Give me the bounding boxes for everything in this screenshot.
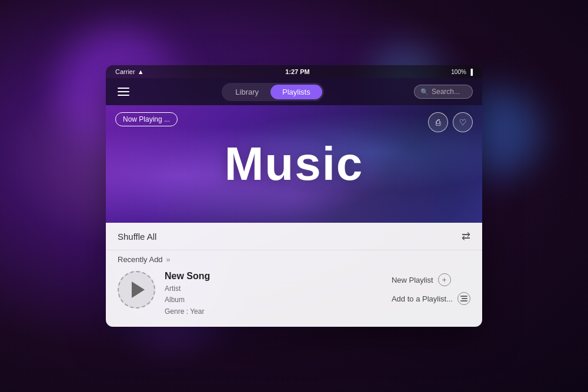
- add-playlist-label: Add to a Playlist...: [392, 294, 453, 303]
- new-playlist-action[interactable]: New Playlist ＋: [392, 273, 451, 286]
- hero-actions: ⎙ ♡: [428, 112, 473, 132]
- new-playlist-label: New Playlist: [392, 276, 433, 284]
- plus-icon: ＋: [438, 273, 451, 286]
- now-playing-button[interactable]: Now Playing ...: [115, 112, 178, 126]
- status-bar: Carrier ▲ 1:27 PM 100% ▐: [106, 65, 482, 78]
- list-icon: [457, 292, 470, 305]
- recently-add-row: Recently Add »: [106, 250, 482, 266]
- share-button[interactable]: ⎙: [428, 112, 448, 132]
- battery-icon: ▐: [469, 69, 473, 75]
- hamburger-line-3: [118, 95, 129, 96]
- nav-bar: Library Playlists 🔍 Search...: [106, 78, 482, 105]
- carrier-label: Carrier: [115, 68, 135, 75]
- carrier-area: Carrier ▲: [115, 68, 144, 75]
- recently-add-label: Recently Add: [118, 255, 163, 264]
- add-to-playlist-action[interactable]: Add to a Playlist...: [392, 292, 470, 305]
- content-panel: Shuffle All ⇄ Recently Add » New Song Ar…: [106, 223, 482, 327]
- heart-button[interactable]: ♡: [453, 112, 473, 132]
- now-playing-label: Now Playing ...: [123, 115, 170, 123]
- battery-label: 100%: [451, 69, 466, 75]
- hero-title: Music: [225, 137, 364, 191]
- track-actions: New Playlist ＋ Add to a Playlist...: [392, 271, 470, 305]
- search-icon: 🔍: [420, 88, 429, 96]
- shuffle-row: Shuffle All ⇄: [106, 223, 482, 250]
- track-artist: Artist Album Genre : Year: [165, 283, 382, 317]
- status-right: 100% ▐: [451, 69, 473, 75]
- shuffle-label: Shuffle All: [118, 232, 156, 242]
- track-row: New Song Artist Album Genre : Year New P…: [106, 266, 482, 327]
- shuffle-icon[interactable]: ⇄: [462, 230, 470, 243]
- hamburger-line-1: [118, 88, 129, 89]
- search-placeholder: Search...: [432, 88, 460, 96]
- nav-tabs: Library Playlists: [222, 83, 323, 101]
- play-button[interactable]: [118, 271, 155, 309]
- status-time: 1:27 PM: [285, 68, 310, 75]
- play-triangle-icon: [132, 282, 145, 298]
- search-box[interactable]: 🔍 Search...: [414, 85, 473, 99]
- hero-area: Now Playing ... Music ⎙ ♡: [106, 105, 482, 223]
- page-wrapper: Carrier ▲ 1:27 PM 100% ▐ Library Playlis…: [0, 0, 588, 392]
- tab-playlists[interactable]: Playlists: [270, 85, 322, 99]
- track-info: New Song Artist Album Genre : Year: [165, 271, 382, 317]
- chevrons-icon[interactable]: »: [166, 255, 171, 264]
- wifi-icon: ▲: [138, 68, 144, 75]
- hamburger-button[interactable]: [115, 85, 132, 98]
- tab-library[interactable]: Library: [223, 85, 270, 99]
- device-frame: Carrier ▲ 1:27 PM 100% ▐ Library Playlis…: [106, 65, 482, 327]
- share-icon: ⎙: [436, 118, 440, 127]
- hamburger-line-2: [118, 91, 129, 92]
- track-name: New Song: [165, 271, 382, 282]
- heart-icon: ♡: [459, 118, 467, 127]
